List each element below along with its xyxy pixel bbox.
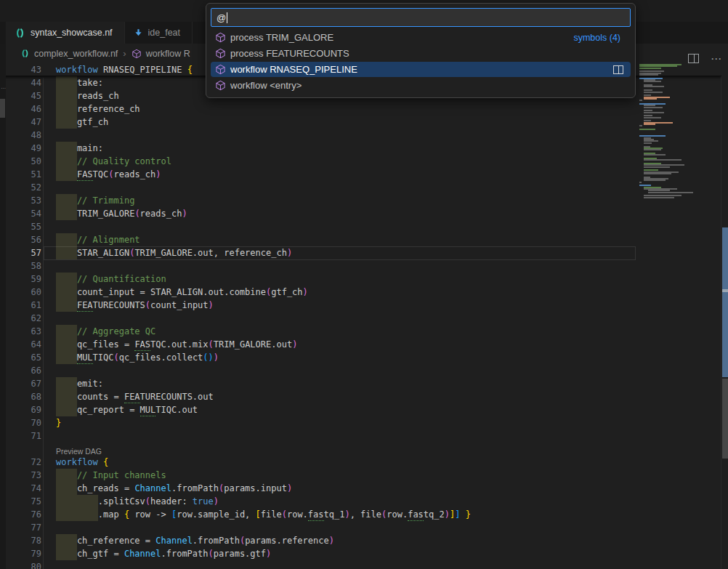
- line-number[interactable]: 69: [0, 403, 41, 416]
- line-number[interactable]: 49: [0, 142, 41, 155]
- split-editor-icon[interactable]: [688, 54, 699, 63]
- quick-open-item[interactable]: process FEATURECOUNTS: [211, 46, 631, 61]
- line-number[interactable]: 63: [0, 325, 41, 338]
- code-line[interactable]: 79 ch_gtf = Channel.fromPath(params.gtf): [0, 547, 721, 560]
- code-token: (: [134, 209, 139, 219]
- line-number[interactable]: 60: [0, 286, 41, 299]
- code-token: ): [209, 300, 214, 310]
- code-line[interactable]: 56 // Alignment: [0, 233, 721, 246]
- quick-open-item[interactable]: process TRIM_GALOREsymbols (4): [211, 30, 631, 45]
- code-line[interactable]: 59 // Quantification: [0, 273, 721, 286]
- code-line[interactable]: 47 gtf_ch: [0, 116, 721, 129]
- quick-open-item[interactable]: workflow <entry>: [211, 78, 631, 93]
- code-line[interactable]: 64 qc_files = FASTQC.out.mix(TRIM_GALORE…: [0, 338, 721, 351]
- line-number[interactable]: 64: [0, 338, 41, 351]
- code-line[interactable]: 48: [0, 129, 721, 142]
- breadcrumb-symbol[interactable]: workflow R: [146, 49, 190, 59]
- line-number[interactable]: 57: [0, 246, 41, 259]
- symbols-count-badge[interactable]: symbols (4): [573, 33, 620, 43]
- code-editor[interactable]: 43workflow RNASEQ_PIPELINE {44 take:45 r…: [0, 63, 721, 569]
- code-line[interactable]: 55: [0, 220, 721, 233]
- line-number[interactable]: 68: [0, 390, 41, 403]
- line-number[interactable]: 67: [0, 377, 41, 390]
- code-line[interactable]: 77: [0, 521, 721, 534]
- quick-open-input[interactable]: @: [211, 8, 631, 27]
- code-line[interactable]: 78 ch_reference = Channel.fromPath(param…: [0, 534, 721, 547]
- quick-open-item[interactable]: workflow RNASEQ_PIPELINE: [211, 62, 631, 77]
- code-line[interactable]: 62: [0, 312, 721, 325]
- line-number[interactable]: 62: [0, 312, 41, 325]
- line-number[interactable]: 61: [0, 299, 41, 312]
- breadcrumb-separator: ›: [122, 48, 126, 59]
- line-number[interactable]: 65: [0, 351, 41, 364]
- code-line[interactable]: 53 // Trimming: [0, 194, 721, 207]
- line-number[interactable]: 54: [0, 207, 41, 220]
- code-token: .out: [177, 405, 198, 415]
- code-line[interactable]: 67 emit:: [0, 377, 721, 390]
- code-line[interactable]: 52: [0, 181, 721, 194]
- line-number[interactable]: 43: [0, 63, 41, 76]
- code-line[interactable]: 46 reference_ch: [0, 102, 721, 116]
- code-line[interactable]: 49 main:: [0, 142, 721, 155]
- code-token: count_input = STAR_ALIGN.out.combine: [56, 287, 266, 297]
- minimap[interactable]: [639, 64, 707, 209]
- code-token: // Quality control: [56, 156, 171, 166]
- minimap-line: [644, 173, 671, 174]
- code-line[interactable]: 74 ch_reads = Channel.fromPath(params.in…: [0, 482, 721, 495]
- breadcrumb-file[interactable]: complex_workflow.nf: [34, 49, 118, 59]
- code-line[interactable]: 72workflow {: [0, 456, 721, 469]
- code-line[interactable]: 57 STAR_ALIGN(TRIM_GALORE.out, reference…: [0, 246, 721, 259]
- code-line[interactable]: 60 count_input = STAR_ALIGN.out.combine(…: [0, 286, 721, 299]
- tab-ide-features[interactable]: ide_feat: [125, 22, 193, 44]
- line-number[interactable]: 50: [0, 155, 41, 168]
- code-line[interactable]: 63 // Aggregate QC: [0, 325, 721, 338]
- line-number[interactable]: 59: [0, 273, 41, 286]
- line-number[interactable]: 58: [0, 259, 41, 273]
- line-number[interactable]: 51: [0, 168, 41, 181]
- tab-syntax-showcase[interactable]: syntax_showcase.nf: [6, 22, 125, 44]
- scrollbar-thumb[interactable]: [722, 227, 728, 377]
- code-line[interactable]: 65 MULTIQC(qc_files.collect()): [0, 351, 721, 364]
- code-line[interactable]: 73 // Input channels: [0, 469, 721, 482]
- more-actions-icon[interactable]: ⋯: [711, 55, 722, 62]
- code-line[interactable]: 54 TRIM_GALORE(reads_ch): [0, 207, 721, 220]
- code-line[interactable]: 50 // Quality control: [0, 155, 721, 168]
- line-number[interactable]: 80: [0, 560, 41, 569]
- code-token: .fromPath: [193, 536, 240, 546]
- code-line[interactable]: 61 FEATURECOUNTS(count_input): [0, 299, 721, 312]
- code-token: (: [145, 496, 150, 507]
- line-number[interactable]: 53: [0, 194, 41, 207]
- line-number[interactable]: 56: [0, 233, 41, 246]
- line-number[interactable]: 46: [0, 102, 41, 116]
- line-number[interactable]: 48: [0, 129, 41, 142]
- line-number[interactable]: 52: [0, 181, 41, 194]
- code-line[interactable]: 69 qc_report = MULTIQC.out: [0, 403, 721, 416]
- code-line[interactable]: 80: [0, 560, 721, 569]
- line-number[interactable]: 55: [0, 220, 41, 233]
- line-number[interactable]: 70: [0, 416, 41, 429]
- code-token: [: [256, 509, 261, 520]
- code-line[interactable]: 71: [0, 429, 721, 443]
- code-line[interactable]: 75 .splitCsv(header: true): [0, 495, 721, 508]
- code-token: true: [193, 496, 214, 507]
- code-line[interactable]: 58: [0, 259, 721, 273]
- code-line[interactable]: 66: [0, 364, 721, 377]
- line-number[interactable]: 66: [0, 364, 41, 377]
- code-token: counts =: [56, 392, 124, 402]
- line-number[interactable]: 79: [0, 547, 41, 560]
- code-line[interactable]: 70}: [0, 416, 721, 429]
- line-number[interactable]: 74: [0, 482, 41, 495]
- line-number[interactable]: 73: [0, 469, 41, 482]
- code-line[interactable]: 68 counts = FEATURECOUNTS.out: [0, 390, 721, 403]
- line-number[interactable]: 71: [0, 429, 41, 443]
- code-line[interactable]: 76 .map { row -> [row.sample_id, [file(r…: [0, 508, 721, 521]
- split-editor-icon[interactable]: [613, 65, 623, 74]
- line-number[interactable]: 47: [0, 116, 41, 129]
- code-line[interactable]: 51 FASTQC(reads_ch): [0, 168, 721, 181]
- line-number[interactable]: 75: [0, 495, 41, 508]
- symbol-cube-icon: [215, 64, 226, 75]
- line-number[interactable]: 76: [0, 508, 41, 521]
- line-number[interactable]: 77: [0, 521, 41, 534]
- line-number[interactable]: 72: [0, 456, 41, 469]
- line-number[interactable]: 78: [0, 534, 41, 547]
